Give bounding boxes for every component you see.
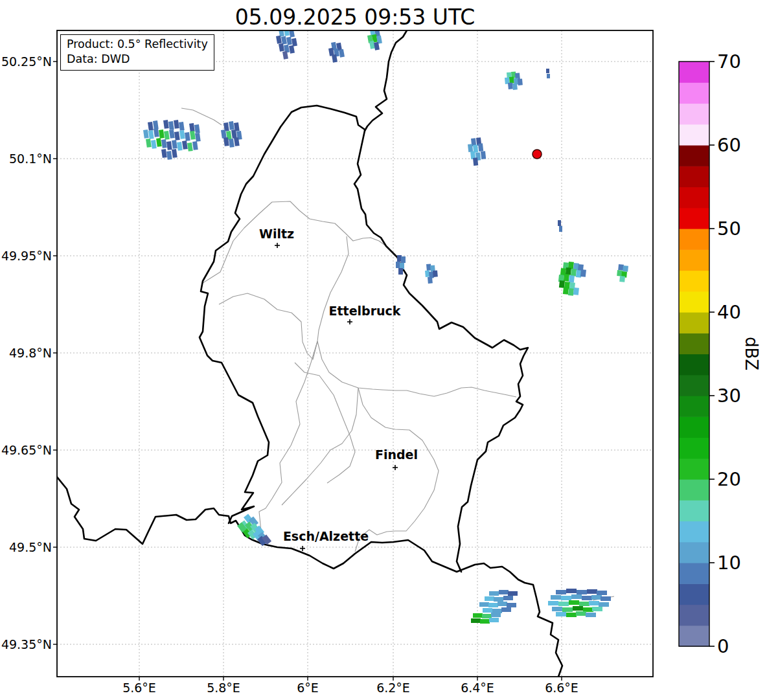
radar-echo-cell (151, 140, 157, 149)
radar-echo-cell (281, 36, 287, 45)
colorbar-tick-label: 60 (717, 134, 741, 156)
radar-echo-cell (586, 613, 596, 617)
radar-echo-cell (499, 590, 509, 594)
product-legend-box: Product: 0.5° Reflectivity Data: DWD (60, 34, 214, 71)
radar-echo-cell (573, 288, 579, 295)
radar-echo-cell (481, 151, 486, 159)
radar-echo-cell (485, 596, 494, 601)
colorbar-segment (679, 500, 709, 521)
radar-echo-cell (619, 276, 625, 282)
radar-echo-cell (194, 124, 200, 133)
radar-echo-cell (153, 120, 159, 130)
radar-echo-cell (559, 226, 562, 232)
radar-echo-cell (552, 607, 562, 611)
radar-echo-cell (229, 139, 235, 148)
country-border-line (354, 131, 528, 572)
colorbar-segment (679, 271, 709, 292)
radar-echo-cell (601, 596, 611, 601)
radar-echo-cell (576, 611, 586, 616)
radar-echo-cell (489, 618, 499, 622)
colorbar-segment (679, 249, 709, 271)
radar-echo-cell (154, 128, 159, 137)
radar-echo-cell (591, 595, 602, 600)
radar-echo-cell (556, 590, 566, 594)
radar-echo-cell (428, 277, 433, 284)
radar-echo-cell (480, 619, 490, 624)
colorbar (679, 62, 715, 647)
y-tick-label: 49.35°N (0, 637, 52, 651)
plot-frame (57, 30, 653, 677)
radar-echo-cell (597, 591, 607, 595)
radar-echo-cell (599, 602, 609, 607)
radar-echo-cell (187, 142, 193, 152)
radar-echo-cell (159, 130, 165, 139)
colorbar-tick-label: 30 (717, 385, 741, 407)
radar-echo-cell (174, 120, 179, 129)
radar-echo-cell (179, 130, 185, 139)
radar-echo-cell (164, 131, 170, 140)
radar-echo-cell (179, 122, 185, 131)
city-label-wiltz: Wiltz (259, 227, 294, 241)
radar-echo-cell (148, 122, 154, 131)
radar-echo-cell (229, 121, 235, 130)
radar-echo-cell (161, 149, 167, 158)
gridlines (57, 30, 653, 677)
radar-echo-cell (190, 131, 196, 140)
city-label-esch-alzette: Esch/Alzette (283, 529, 369, 543)
x-tick-label: 6.4°E (448, 681, 507, 695)
radar-site-dot (532, 150, 542, 159)
colorbar-segment (679, 626, 709, 647)
x-tick-label: 6°E (279, 681, 337, 695)
figure-title: 05.09.2025 09:53 UTC (57, 5, 653, 30)
colorbar-segment (679, 333, 709, 354)
radar-echo-cell (174, 131, 180, 141)
radar-echo-cell (566, 267, 571, 275)
radar-echo-cell (168, 121, 174, 130)
radar-echo-cell (396, 262, 400, 268)
canton-boundary-line (295, 363, 355, 483)
radar-echo-cell (473, 613, 483, 618)
canton-boundary-line (355, 388, 439, 552)
radar-echo-cell (563, 287, 569, 295)
colorbar-segment (679, 416, 709, 438)
radar-echo-cell (558, 602, 569, 606)
x-tick-label: 5.8°E (194, 681, 253, 695)
canton-boundary-line (219, 293, 317, 359)
radar-echo-cell (491, 613, 501, 617)
radar-echo-cell (518, 78, 523, 85)
map-canvas (0, 0, 767, 700)
radar-echo-cell (488, 603, 498, 607)
colorbar-segment (679, 605, 709, 626)
radar-echo-cell (182, 141, 188, 150)
radar-echo-cell (489, 591, 499, 596)
colorbar-segment (679, 479, 709, 501)
radar-echo-cell (339, 49, 345, 58)
radar-echo-cell (468, 144, 473, 152)
x-tick-label: 5.6°E (110, 681, 168, 695)
colorbar-segment (679, 458, 709, 480)
radar-echo-cell (582, 596, 592, 600)
radar-echo-cell (172, 140, 177, 149)
colorbar-segment (679, 82, 709, 104)
radar-echo-cell (579, 602, 590, 606)
colorbar-tick-label: 0 (717, 635, 729, 657)
radar-echo-cell (548, 601, 558, 605)
y-tick-label: 50.25°N (0, 54, 52, 69)
radar-echo-cell (501, 607, 511, 612)
colorbar-segment (679, 166, 709, 187)
x-tick-label: 6.2°E (364, 681, 422, 695)
colorbar-tick-label: 20 (717, 468, 741, 490)
colorbar-segment (679, 563, 709, 584)
colorbar-segment (679, 375, 709, 396)
colorbar-tick-label: 70 (717, 51, 741, 73)
radar-echo-cell (589, 601, 599, 605)
x-tick-label: 6.6°E (532, 681, 591, 695)
country-borders (55, 30, 562, 677)
colorbar-axis-label: dBZ (741, 326, 762, 381)
city-markers (275, 243, 398, 551)
radar-echo-cell (279, 43, 284, 52)
colorbar-segment (679, 104, 709, 125)
radar-echo-cell (508, 82, 513, 89)
colorbar-tick-label: 50 (717, 218, 741, 240)
radar-echo-cell (503, 596, 513, 600)
